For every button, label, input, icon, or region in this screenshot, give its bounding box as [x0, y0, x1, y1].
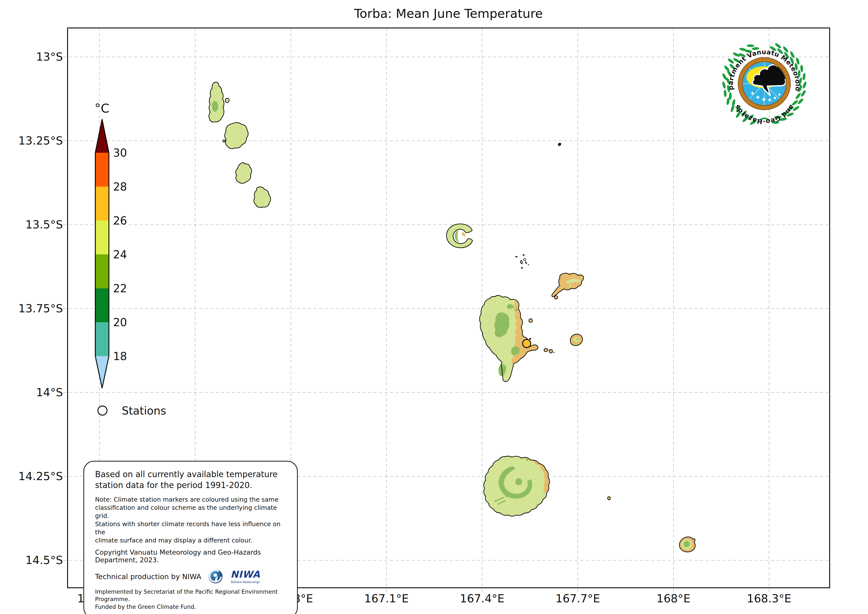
island-highland — [505, 495, 508, 497]
wreath-leaf — [795, 92, 802, 100]
island — [552, 273, 584, 297]
island-highland — [212, 101, 218, 112]
island-warm-patch — [462, 232, 465, 236]
x-tick-label: 168.3°E — [747, 592, 792, 605]
production-row: Technical production by NIWA NIWA Taihor… — [95, 569, 286, 585]
island-ridge — [573, 337, 580, 342]
island — [236, 163, 252, 183]
colorbar-unit-label: °C — [95, 101, 109, 116]
text-line: Note: Climate station markers are colour… — [95, 495, 286, 504]
islet — [558, 143, 561, 146]
info-box-copyright: Copyright Vanuatu Meteorology and Geo-Ha… — [95, 549, 286, 564]
x-tick-label: 167.1°E — [364, 592, 409, 605]
text-line: station data for the period 1991-2020. — [95, 480, 286, 491]
info-box-heading: Based on all currently available tempera… — [95, 469, 286, 490]
y-tick-label: 13.25°S — [18, 134, 63, 147]
page-title: Torba: Mean June Temperature — [354, 6, 543, 21]
islet — [529, 319, 532, 322]
text-line: Stations with shorter climate records ha… — [95, 520, 286, 536]
niwa-wordmark: NIWA — [231, 570, 260, 579]
text-line: Based on all currently available tempera… — [95, 469, 286, 480]
island — [254, 187, 271, 208]
wreath-leaf — [782, 46, 789, 53]
colorbar: 30282624222018 — [95, 119, 127, 388]
niwa-tagline: Taihoro Nukurangi — [231, 580, 260, 584]
station-marker — [523, 340, 531, 348]
stations-legend: Stations — [98, 405, 166, 417]
islet — [223, 140, 225, 142]
islet — [608, 497, 610, 500]
colorbar-segment — [95, 322, 109, 356]
island-highland — [515, 309, 518, 311]
info-box-note: Note: Climate station markers are colour… — [95, 495, 286, 544]
wreath-leaf — [722, 73, 728, 81]
x-tick-label: 167.4°E — [460, 592, 504, 605]
colorbar-tick-label: 20 — [113, 316, 127, 329]
y-tick-label: 14.5°S — [25, 554, 63, 567]
stations-legend-label: Stations — [122, 405, 166, 417]
islet — [529, 338, 531, 340]
text-line: Funded by the Green Climate Fund. — [95, 603, 286, 611]
reef-islets — [515, 254, 529, 269]
y-tick-label: 14°S — [36, 386, 63, 399]
wreath-leaf — [802, 73, 806, 81]
islet — [555, 296, 558, 299]
colorbar-segment — [95, 254, 109, 288]
x-tick-label: 168°E — [657, 592, 691, 605]
niwa-wordmark-block: NIWA Taihoro Nukurangi — [231, 570, 260, 584]
colorbar-segment — [95, 220, 109, 254]
info-box-implemented: Implemented by Secretariat of the Pacifi… — [95, 588, 286, 611]
wreath-leaf — [724, 65, 730, 72]
production-label: Technical production by NIWA — [95, 572, 201, 581]
stations-legend-marker — [98, 406, 107, 415]
wreath-leaf — [775, 42, 782, 49]
colorbar-tick-label: 24 — [113, 248, 127, 261]
wreath-leaf — [791, 99, 799, 106]
y-tick-label: 14.25°S — [18, 470, 63, 483]
niwa-swirl-icon — [208, 569, 223, 585]
island-highland — [577, 338, 578, 340]
colorbar-tick-label: 22 — [113, 282, 127, 295]
text-line: Implemented by Secretariat of the Pacifi… — [95, 588, 286, 603]
text-line: climate surface and may display a differ… — [95, 536, 286, 544]
wreath-leaf — [722, 81, 727, 89]
islet — [549, 349, 552, 353]
y-tick-label: 13°S — [36, 50, 63, 64]
colorbar-arrow-top — [95, 119, 109, 153]
wreath-leaf — [724, 90, 727, 97]
wreath-leaf — [802, 81, 808, 89]
colorbar-tick-label: 18 — [113, 350, 127, 363]
colorbar-segment — [95, 187, 109, 220]
island — [225, 98, 229, 102]
x-tick-label: 167.7°E — [556, 592, 600, 605]
island-volcano-cone — [515, 478, 522, 485]
y-axis-tick-labels: 13°S13.25°S13.5°S13.75°S14°S14.25°S14.5°… — [18, 50, 63, 567]
islet — [544, 349, 548, 351]
colorbar-tick-label: 30 — [113, 147, 127, 159]
text-line: classification and colour scheme as the … — [95, 504, 286, 520]
y-tick-label: 13.75°S — [18, 302, 63, 315]
island — [225, 122, 248, 149]
wreath-leaf — [797, 98, 804, 105]
island — [446, 224, 473, 248]
island-highland — [526, 459, 528, 461]
wreath-leaf — [800, 65, 803, 73]
wreath-leaf — [747, 44, 754, 47]
colorbar-arrow-bottom — [95, 356, 109, 388]
colorbar-tick-label: 26 — [113, 214, 127, 227]
colorbar-segment — [95, 288, 109, 322]
info-box: Based on all currently available tempera… — [84, 461, 298, 614]
y-tick-label: 13.5°S — [25, 218, 63, 231]
colorbar-segment — [95, 153, 109, 187]
colorbar-tick-label: 28 — [113, 180, 127, 193]
figure-canvas: Torba: Mean June Temperature 166.2°E166.… — [0, 0, 868, 614]
islet — [553, 352, 555, 353]
